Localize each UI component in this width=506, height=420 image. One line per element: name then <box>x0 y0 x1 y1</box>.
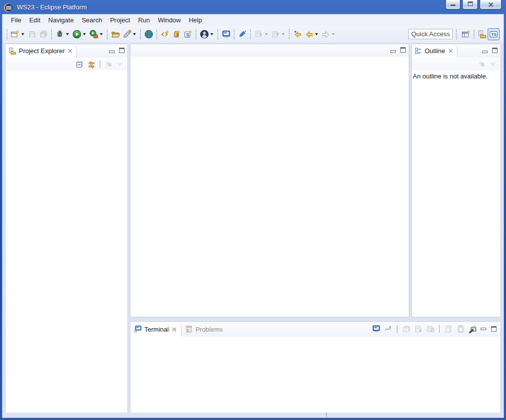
collapse-all-icon <box>75 60 84 69</box>
resource-perspective-button[interactable] <box>477 29 488 40</box>
new-terminal-view-button <box>401 323 412 334</box>
project-explorer-content[interactable] <box>5 70 127 413</box>
menu-navigate[interactable]: Navigate <box>44 15 77 25</box>
outline-minimize-button[interactable] <box>482 51 488 53</box>
new-java-file-icon: J <box>172 30 181 38</box>
collapse-all-button[interactable] <box>73 59 85 70</box>
window-minimize-button[interactable] <box>445 0 460 9</box>
terminal-icon <box>372 325 380 333</box>
terminal-icon <box>222 30 231 39</box>
open-folder-button[interactable] <box>110 28 121 40</box>
external-tools-dropdown-arrow[interactable] <box>100 33 103 35</box>
web-browser-icon <box>144 30 153 39</box>
menu-help[interactable]: Help <box>185 15 206 25</box>
main-toolbar: J S <box>2 25 504 43</box>
ts-perspective-button[interactable]: TS <box>488 28 500 40</box>
pen-button[interactable] <box>121 28 132 40</box>
editor-content[interactable] <box>130 57 409 317</box>
disconnect-icon <box>414 325 423 333</box>
new-wizard-button[interactable] <box>9 28 21 40</box>
minimize-view-button[interactable] <box>109 51 115 53</box>
pen-dropdown-arrow[interactable] <box>133 33 136 35</box>
run-button[interactable] <box>71 28 82 40</box>
terminal-tabrow: Terminal <box>130 322 501 337</box>
terminal-content[interactable] <box>130 337 501 413</box>
resource-perspective-icon <box>478 30 487 39</box>
outline-message: An outline is not available. <box>412 70 501 80</box>
paste-icon <box>456 325 465 333</box>
window-close-button[interactable] <box>480 0 502 9</box>
menu-edit[interactable]: Edit <box>25 15 44 25</box>
forward-button <box>320 28 331 40</box>
problems-tab-icon <box>185 325 193 333</box>
new-dropdown-arrow[interactable] <box>21 33 24 35</box>
project-explorer-panel: Project Explorer <box>5 44 128 413</box>
external-tools-icon <box>89 30 98 39</box>
forward-dropdown-arrow <box>332 33 335 35</box>
outline-maximize-button[interactable] <box>492 48 498 53</box>
outline-icon <box>415 47 422 55</box>
new-code-file-icon <box>161 30 169 38</box>
editor-tabrow <box>130 44 409 57</box>
window-maximize-button[interactable] <box>462 0 478 9</box>
project-explorer-close-button[interactable] <box>68 49 72 53</box>
editor-maximize-button[interactable] <box>400 47 406 53</box>
last-edit-location-button[interactable] <box>292 28 303 40</box>
new-snippet-file-button[interactable]: S <box>182 28 193 40</box>
command-input-icon <box>384 325 392 333</box>
web-browser-button[interactable] <box>143 28 154 40</box>
terminal-toolbar <box>371 323 499 334</box>
terminal-settings-button[interactable] <box>467 323 478 334</box>
debug-dropdown-arrow[interactable] <box>66 33 69 35</box>
tab-outline[interactable]: Outline <box>412 44 457 58</box>
project-explorer-tabrow: Project Explorer <box>5 44 127 58</box>
menu-search[interactable]: Search <box>78 15 106 25</box>
user-profile-dropdown-arrow[interactable] <box>210 33 213 35</box>
view-menu-button[interactable] <box>117 63 122 66</box>
tab-problems[interactable]: Problems <box>182 322 227 337</box>
new-java-file-button[interactable]: J <box>171 28 182 40</box>
status-drag-handle[interactable] <box>326 413 327 417</box>
mark-occurrences-button[interactable] <box>237 28 248 40</box>
svg-text:S: S <box>186 32 189 37</box>
menu-file[interactable]: File <box>7 15 25 25</box>
debug-button[interactable] <box>54 28 65 40</box>
terminal-close-button[interactable] <box>172 327 177 332</box>
terminal-minimize-button[interactable] <box>481 328 486 330</box>
next-annotation-button <box>253 28 264 40</box>
last-edit-location-icon <box>293 30 302 39</box>
menu-run[interactable]: Run <box>134 15 154 25</box>
command-input-button[interactable] <box>382 323 393 334</box>
back-arrow-icon <box>305 30 314 39</box>
back-button[interactable] <box>303 28 315 40</box>
title-bar[interactable]: WS23 - Eclipse Platform <box>0 0 506 14</box>
editor-minimize-button[interactable] <box>390 50 396 53</box>
focus-task-icon <box>478 60 486 68</box>
tab-terminal[interactable]: Terminal <box>130 322 182 337</box>
outline-close-button[interactable] <box>448 49 453 53</box>
menu-project[interactable]: Project <box>106 15 134 25</box>
view-menu-button[interactable] <box>490 63 495 66</box>
editor-area-panel <box>130 44 409 317</box>
back-dropdown-arrow[interactable] <box>315 33 318 35</box>
eclipse-logo-icon <box>3 3 13 12</box>
save-icon <box>28 30 36 38</box>
run-icon <box>72 30 81 39</box>
workbench-frame: File Edit Navigate Search Project Run Wi… <box>2 14 504 418</box>
new-code-file-button[interactable] <box>159 28 171 40</box>
maximize-view-button[interactable] <box>119 48 125 53</box>
open-terminal-button[interactable] <box>220 28 232 40</box>
close-icon <box>488 2 494 7</box>
link-with-editor-button[interactable] <box>85 59 97 70</box>
menu-window[interactable]: Window <box>154 15 185 25</box>
open-perspective-button[interactable] <box>460 28 471 40</box>
run-dropdown-arrow[interactable] <box>83 33 86 35</box>
user-profile-button[interactable] <box>198 28 210 40</box>
external-tools-button[interactable] <box>88 28 99 40</box>
open-perspective-icon <box>461 30 470 39</box>
previous-annotation-dropdown-arrow <box>282 33 285 35</box>
open-terminal-view-button[interactable] <box>371 323 381 334</box>
terminal-maximize-button[interactable] <box>491 326 497 332</box>
quick-access-input[interactable]: Quick Access <box>408 29 453 39</box>
tab-project-explorer[interactable]: Project Explorer <box>5 44 77 58</box>
